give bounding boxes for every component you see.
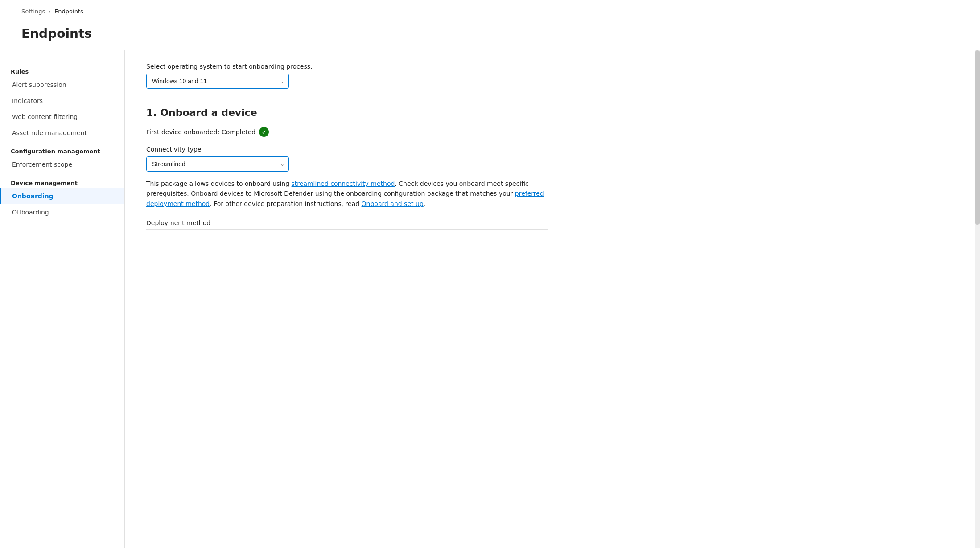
breadcrumb-current: Endpoints: [54, 8, 83, 15]
first-device-status-text: First device onboarded: Completed: [146, 128, 255, 136]
desc-before-link1: This package allows devices to onboard u…: [146, 180, 292, 187]
sidebar-item-asset-rule-management[interactable]: Asset rule management: [0, 125, 124, 141]
page-title: Endpoints: [21, 26, 959, 41]
os-select-label: Select operating system to start onboard…: [146, 63, 959, 70]
page-header: Endpoints: [0, 23, 980, 50]
os-dropdown-wrapper: Windows 10 and 11 Windows 7 and 8.1 macO…: [146, 74, 289, 89]
os-dropdown[interactable]: Windows 10 and 11 Windows 7 and 8.1 macO…: [146, 74, 289, 89]
description-paragraph: This package allows devices to onboard u…: [146, 179, 548, 209]
deployment-method-label: Deployment method: [146, 219, 959, 226]
breadcrumb: Settings › Endpoints: [0, 0, 980, 23]
connectivity-dropdown-wrapper: Streamlined Standard ⌄: [146, 156, 289, 172]
sidebar-item-label: Offboarding: [12, 209, 49, 216]
sidebar-item-label: Alert suppression: [12, 81, 66, 88]
connectivity-dropdown[interactable]: Streamlined Standard: [146, 156, 289, 172]
sidebar-item-enforcement-scope[interactable]: Enforcement scope: [0, 156, 124, 173]
section-divider: [146, 98, 959, 98]
sidebar: Rules Alert suppression Indicators Web c…: [0, 50, 125, 548]
main-content: Select operating system to start onboard…: [125, 50, 980, 548]
onboard-setup-link[interactable]: Onboard and set up: [362, 200, 424, 207]
sidebar-item-alert-suppression[interactable]: Alert suppression: [0, 77, 124, 93]
sidebar-item-web-content-filtering[interactable]: Web content filtering: [0, 109, 124, 125]
sidebar-section-config-management: Configuration management: [0, 144, 124, 156]
streamlined-connectivity-link[interactable]: streamlined connectivity method: [292, 180, 395, 187]
sidebar-item-label: Indicators: [12, 97, 43, 104]
scrollbar-track[interactable]: [975, 50, 980, 548]
first-device-status-row: First device onboarded: Completed: [146, 127, 959, 137]
breadcrumb-parent[interactable]: Settings: [21, 8, 45, 15]
sidebar-section-rules: Rules: [0, 65, 124, 77]
sidebar-item-label: Onboarding: [12, 193, 54, 200]
sidebar-item-offboarding[interactable]: Offboarding: [0, 204, 124, 220]
breadcrumb-separator: ›: [49, 8, 51, 15]
sidebar-item-indicators[interactable]: Indicators: [0, 93, 124, 109]
sidebar-section-device-management: Device management: [0, 176, 124, 188]
sidebar-item-label: Asset rule management: [12, 129, 87, 136]
layout: Rules Alert suppression Indicators Web c…: [0, 50, 980, 548]
scrollbar-thumb[interactable]: [975, 50, 980, 225]
desc-after-link3: .: [424, 200, 425, 207]
sidebar-item-label: Enforcement scope: [12, 161, 72, 168]
deployment-divider: [146, 229, 548, 230]
sidebar-item-onboarding[interactable]: Onboarding: [0, 188, 124, 204]
completed-status-icon: [259, 127, 269, 137]
sidebar-item-label: Web content filtering: [12, 113, 78, 120]
desc-after-link2: . For other device preparation instructi…: [210, 200, 361, 207]
step1-heading: 1. Onboard a device: [146, 107, 959, 118]
connectivity-label: Connectivity type: [146, 146, 959, 153]
